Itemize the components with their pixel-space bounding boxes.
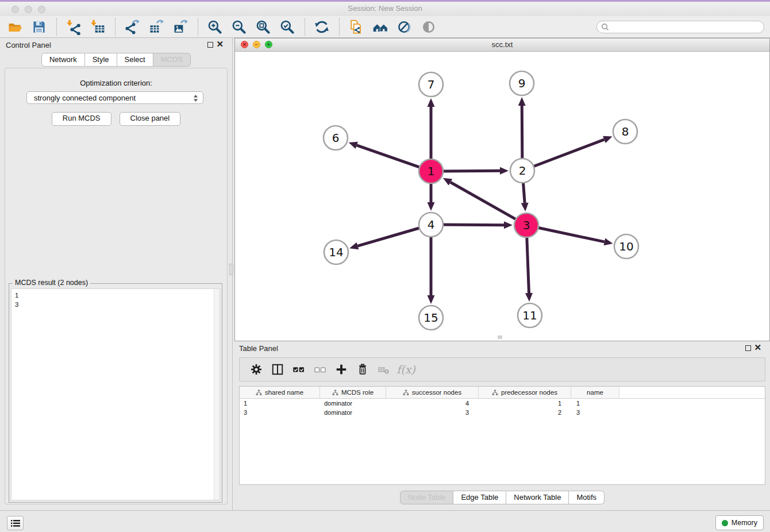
table-row[interactable]: 3 dominator 3 2 3 — [240, 408, 765, 417]
graph-edge[interactable] — [451, 182, 518, 220]
tab-motifs[interactable]: Motifs — [569, 491, 605, 504]
visual-styles-button[interactable] — [394, 18, 415, 36]
graph-edge[interactable] — [441, 225, 504, 225]
column-header-predecessor-nodes[interactable]: predecessor nodes — [479, 387, 571, 398]
export-image-button[interactable] — [170, 18, 191, 36]
birds-eye-view-button[interactable] — [418, 18, 439, 36]
column-header-name[interactable]: name — [571, 387, 619, 398]
import-table-button[interactable] — [87, 18, 108, 36]
close-panel-button[interactable]: Close panel — [120, 112, 181, 126]
tab-edge-table[interactable]: Edge Table — [453, 491, 506, 504]
memory-button[interactable]: Memory — [715, 515, 764, 530]
zoom-in-button[interactable] — [205, 18, 225, 36]
column-label: successor nodes — [412, 389, 461, 396]
eye-icon — [421, 19, 437, 35]
result-scrollbar[interactable] — [214, 289, 220, 500]
cell-mcds-role[interactable]: dominator — [320, 408, 386, 417]
graph-edge-arrowhead — [428, 98, 435, 107]
export-table-button[interactable] — [146, 18, 167, 36]
toggle-column-pane-button[interactable] — [267, 361, 288, 378]
run-mcds-button[interactable]: Run MCDS — [52, 112, 111, 126]
panel-divider-grip[interactable] — [229, 264, 233, 275]
table-row[interactable]: 1 dominator 4 1 1 — [240, 399, 765, 408]
network-graph-canvas[interactable]: 1234678910111415 — [235, 51, 769, 341]
cell-predecessor-nodes[interactable]: 1 — [479, 399, 571, 408]
duplicate-network-button[interactable] — [346, 18, 367, 36]
close-table-panel-icon[interactable]: ✕ — [754, 342, 761, 353]
tab-select[interactable]: Select — [117, 53, 153, 67]
cell-name[interactable]: 3 — [571, 408, 619, 417]
tab-mcds[interactable]: MCDS — [153, 53, 191, 67]
zoom-fit-button[interactable] — [253, 18, 274, 36]
table-panel: Table Panel ✕ — [234, 341, 770, 510]
split-columns-icon — [271, 363, 284, 376]
graph-edge[interactable] — [536, 228, 605, 242]
column-label: shared name — [265, 389, 303, 396]
graph-edge[interactable] — [357, 228, 421, 246]
zoom-out-button[interactable] — [229, 18, 249, 36]
column-label: predecessor nodes — [501, 389, 557, 396]
delete-column-button[interactable] — [352, 361, 373, 378]
search-input[interactable] — [610, 21, 764, 33]
zoom-in-icon — [207, 19, 223, 35]
graph-edge-arrowhead — [518, 97, 526, 106]
delete-table-icon — [377, 363, 391, 376]
import-network-button[interactable] — [63, 18, 84, 36]
delete-table-button[interactable] — [373, 361, 394, 378]
graph-edge[interactable] — [522, 106, 522, 161]
mcds-result-text: 1 3 — [11, 289, 220, 311]
close-panel-icon[interactable]: ✕ — [216, 39, 224, 49]
zoom-selected-button[interactable] — [277, 18, 298, 36]
graph-edge[interactable] — [357, 145, 422, 168]
network-window-title: scc.txt — [235, 40, 769, 49]
graph-edge-arrowhead — [604, 238, 613, 246]
graph-edge[interactable] — [532, 140, 605, 167]
home-button[interactable] — [370, 18, 391, 36]
float-panel-icon[interactable] — [207, 42, 213, 48]
control-panel-tabs: Network Style Select MCDS — [0, 53, 232, 67]
column-header-mcds-role[interactable]: MCDS role — [320, 387, 386, 398]
graph-node-label: 10 — [619, 240, 633, 253]
mcds-result-textarea[interactable]: 1 3 — [11, 288, 220, 500]
graph-node-label: 9 — [518, 76, 526, 90]
column-header-successor-nodes[interactable]: successor nodes — [386, 387, 479, 398]
cell-predecessor-nodes[interactable]: 2 — [479, 408, 571, 417]
cell-name[interactable]: 1 — [571, 399, 619, 408]
toolbar-separator — [115, 18, 116, 36]
graph-edge-arrowhead — [349, 242, 359, 249]
tree-icon — [492, 390, 498, 396]
mcds-result-group: MCDS result (2 nodes) 1 3 — [9, 283, 222, 503]
cell-successor-nodes[interactable]: 3 — [386, 408, 479, 417]
float-table-panel-icon[interactable] — [745, 345, 751, 351]
network-resize-grip[interactable] — [498, 336, 502, 339]
cell-shared-name[interactable]: 3 — [240, 408, 320, 417]
open-session-button[interactable] — [5, 18, 25, 36]
function-builder-button[interactable]: f(x) — [394, 361, 415, 378]
graph-edge[interactable] — [441, 171, 500, 171]
tab-style[interactable]: Style — [85, 53, 117, 67]
network-view-window: × − + scc.txt 1234678910111415 — [234, 38, 770, 341]
save-session-button[interactable] — [29, 18, 49, 36]
table-settings-button[interactable] — [245, 361, 267, 378]
cell-mcds-role[interactable]: dominator — [320, 399, 386, 408]
create-column-button[interactable] — [330, 361, 352, 378]
cell-successor-nodes[interactable]: 4 — [386, 399, 479, 408]
refresh-layout-button[interactable] — [311, 18, 332, 36]
graph-node-label: 14 — [329, 245, 343, 259]
tab-network-table[interactable]: Network Table — [506, 491, 569, 504]
tree-icon — [403, 390, 409, 396]
refresh-icon — [314, 19, 330, 35]
task-history-button[interactable] — [7, 516, 24, 530]
column-header-shared-name[interactable]: shared name — [240, 387, 320, 398]
tab-network[interactable]: Network — [41, 53, 85, 67]
graph-edge[interactable] — [527, 235, 529, 293]
deselect-all-button[interactable] — [309, 361, 330, 378]
export-network-button[interactable] — [122, 18, 143, 36]
search-icon — [600, 22, 610, 32]
tab-node-table[interactable]: Node Table — [400, 491, 454, 504]
criterion-dropdown[interactable]: strongly connected component — [26, 91, 203, 104]
cell-shared-name[interactable]: 1 — [240, 399, 320, 408]
save-icon — [31, 19, 47, 35]
select-all-button[interactable] — [288, 361, 309, 378]
graph-edge[interactable] — [523, 180, 525, 203]
